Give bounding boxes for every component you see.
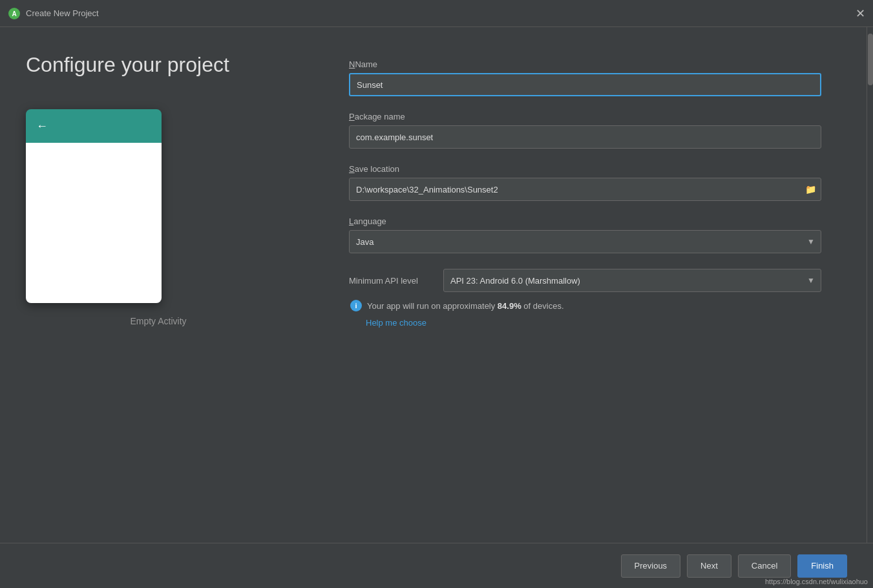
phone-preview: ← [26, 109, 162, 303]
name-input[interactable] [349, 73, 821, 96]
main-content: Configure your project ← Empty Activity … [0, 27, 873, 543]
language-label: Language [349, 216, 821, 226]
api-level-select[interactable]: API 23: Android 6.0 (Marshmallow) API 21… [443, 269, 821, 292]
package-name-form-group: Package name [349, 112, 821, 149]
info-icon: i [350, 300, 362, 311]
watermark: https://blog.csdn.net/wulixiaohuo [765, 578, 868, 585]
title-bar-title: Create New Project [26, 8, 99, 18]
back-arrow-icon: ← [36, 120, 48, 133]
api-row: Minimum API level API 23: Android 6.0 (M… [349, 269, 821, 292]
svg-text:A: A [12, 10, 16, 17]
title-bar: A Create New Project ✕ [0, 0, 873, 27]
package-name-label: Package name [349, 112, 821, 121]
close-button[interactable]: ✕ [856, 8, 865, 19]
activity-label: Empty Activity [26, 316, 291, 326]
language-form-group: Language Java Kotlin ▼ [349, 216, 821, 253]
save-location-form-group: Save location 📁 [349, 164, 821, 201]
title-bar-left: A Create New Project [8, 7, 99, 20]
scrollbar-track[interactable] [867, 27, 873, 543]
name-form-group: NName [349, 59, 821, 96]
scrollbar-thumb[interactable] [868, 34, 873, 85]
save-location-input-wrapper: 📁 [349, 178, 821, 201]
minimum-api-form-group: Minimum API level API 23: Android 6.0 (M… [349, 269, 821, 328]
save-location-label: Save location [349, 164, 821, 174]
next-button[interactable]: Next [687, 554, 731, 578]
minimum-api-label: Minimum API level [349, 276, 433, 286]
bottom-bar: Previous Next Cancel Finish [0, 543, 873, 588]
right-panel: NName Package name Save location 📁 Langu [310, 27, 873, 543]
page-title: Configure your project [26, 53, 291, 77]
previous-button[interactable]: Previous [621, 554, 681, 578]
help-me-choose-link[interactable]: Help me choose [366, 318, 426, 328]
api-select-wrapper: API 23: Android 6.0 (Marshmallow) API 21… [443, 269, 821, 292]
info-message: Your app will run on approximately 84.9%… [367, 301, 564, 311]
phone-body [26, 143, 162, 303]
folder-icon: 📁 [805, 184, 816, 194]
app-icon: A [8, 7, 21, 20]
phone-header: ← [26, 109, 162, 143]
finish-button[interactable]: Finish [797, 554, 847, 578]
api-info-text: i Your app will run on approximately 84.… [349, 300, 821, 311]
name-label: NName [349, 59, 821, 69]
left-panel: Configure your project ← Empty Activity [0, 27, 310, 543]
language-select-wrapper: Java Kotlin ▼ [349, 230, 821, 253]
cancel-button[interactable]: Cancel [738, 554, 791, 578]
package-name-input[interactable] [349, 125, 821, 149]
save-location-input[interactable] [349, 178, 821, 201]
language-select[interactable]: Java Kotlin [349, 230, 821, 253]
